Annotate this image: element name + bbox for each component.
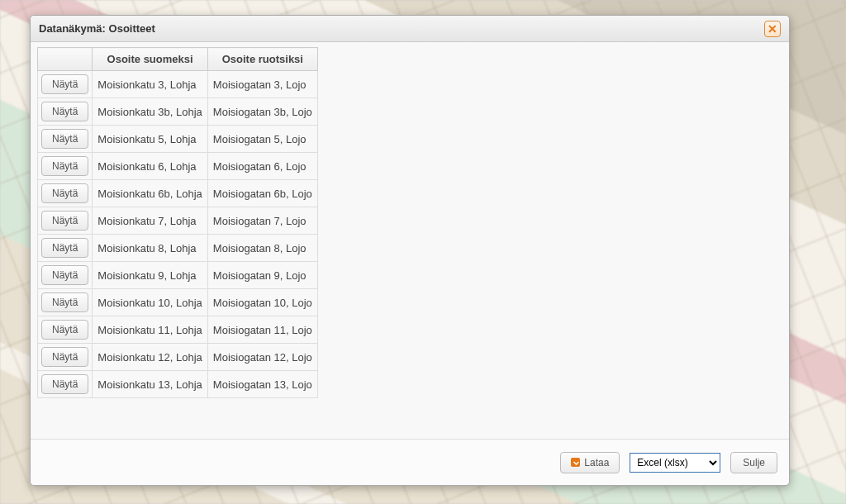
cell-address-fi: Moisionkatu 11, Lohja <box>93 316 207 344</box>
table-row: NäytäMoisionkatu 11, LohjaMoisiogatan 11… <box>38 316 318 344</box>
close-icon[interactable]: ✕ <box>764 21 781 37</box>
dialog-title: Datanäkymä: Osoitteet <box>39 22 155 35</box>
show-button[interactable]: Näytä <box>41 292 88 312</box>
cell-action: Näytä <box>38 71 93 98</box>
cell-action: Näytä <box>38 98 93 126</box>
show-button[interactable]: Näytä <box>41 347 88 367</box>
table-row: NäytäMoisionkatu 9, LohjaMoisiogatan 9, … <box>38 262 318 289</box>
cell-action: Näytä <box>38 371 93 398</box>
show-button[interactable]: Näytä <box>41 265 88 285</box>
cell-address-fi: Moisionkatu 7, Lohja <box>93 207 207 235</box>
address-table: Osoite suomeksi Osoite ruotsiksi NäytäMo… <box>37 47 318 398</box>
cell-address-fi: Moisionkatu 3, Lohja <box>93 71 207 98</box>
cell-action: Näytä <box>38 180 93 207</box>
table-row: NäytäMoisionkatu 6, LohjaMoisiogatan 6, … <box>38 153 318 180</box>
show-button[interactable]: Näytä <box>41 238 88 258</box>
cell-address-sv: Moisiogatan 6b, Lojo <box>207 180 317 207</box>
dialog-titlebar[interactable]: Datanäkymä: Osoitteet ✕ <box>31 16 789 42</box>
download-button[interactable]: Lataa <box>560 452 620 473</box>
cell-action: Näytä <box>38 289 93 316</box>
table-row: NäytäMoisionkatu 7, LohjaMoisiogatan 7, … <box>38 207 318 235</box>
cell-address-fi: Moisionkatu 6, Lohja <box>93 153 207 180</box>
show-button[interactable]: Näytä <box>41 129 88 149</box>
cell-address-sv: Moisiogatan 10, Lojo <box>207 289 317 316</box>
show-button[interactable]: Näytä <box>41 74 88 94</box>
cell-address-sv: Moisiogatan 3b, Lojo <box>207 98 317 126</box>
table-row: NäytäMoisionkatu 3b, LohjaMoisiogatan 3b… <box>38 98 318 126</box>
cell-address-sv: Moisiogatan 8, Lojo <box>207 235 317 262</box>
header-address-fi: Osoite suomeksi <box>93 48 207 71</box>
data-view-dialog: Datanäkymä: Osoitteet ✕ Osoite suomeksi … <box>30 15 790 486</box>
dialog-content: Osoite suomeksi Osoite ruotsiksi NäytäMo… <box>31 42 789 439</box>
cell-address-sv: Moisiogatan 11, Lojo <box>207 316 317 344</box>
show-button[interactable]: Näytä <box>41 374 88 394</box>
cell-action: Näytä <box>38 235 93 262</box>
cell-address-sv: Moisiogatan 7, Lojo <box>207 207 317 235</box>
table-row: NäytäMoisionkatu 8, LohjaMoisiogatan 8, … <box>38 235 318 262</box>
format-select[interactable]: Excel (xlsx) <box>630 453 720 473</box>
cell-action: Näytä <box>38 153 93 180</box>
cell-address-fi: Moisionkatu 6b, Lohja <box>93 180 207 207</box>
cell-address-sv: Moisiogatan 5, Lojo <box>207 126 317 153</box>
cell-action: Näytä <box>38 344 93 371</box>
table-row: NäytäMoisionkatu 13, LohjaMoisiogatan 13… <box>38 371 318 398</box>
cell-address-sv: Moisiogatan 3, Lojo <box>207 71 317 98</box>
cell-address-fi: Moisionkatu 12, Lohja <box>93 344 207 371</box>
show-button[interactable]: Näytä <box>41 320 88 340</box>
cell-address-sv: Moisiogatan 13, Lojo <box>207 371 317 398</box>
show-button[interactable]: Näytä <box>41 102 88 121</box>
cell-address-fi: Moisionkatu 3b, Lohja <box>93 98 207 126</box>
table-header-row: Osoite suomeksi Osoite ruotsiksi <box>38 48 318 71</box>
table-row: NäytäMoisionkatu 10, LohjaMoisiogatan 10… <box>38 289 318 316</box>
table-row: NäytäMoisionkatu 6b, LohjaMoisiogatan 6b… <box>38 180 318 207</box>
download-label: Lataa <box>584 457 609 468</box>
cell-address-fi: Moisionkatu 5, Lohja <box>93 126 207 153</box>
table-row: NäytäMoisionkatu 3, LohjaMoisiogatan 3, … <box>38 71 318 98</box>
cell-action: Näytä <box>38 207 93 235</box>
cell-action: Näytä <box>38 316 93 344</box>
header-action <box>38 48 93 71</box>
table-row: NäytäMoisionkatu 12, LohjaMoisiogatan 12… <box>38 344 318 371</box>
header-address-sv: Osoite ruotsiksi <box>207 48 317 71</box>
cell-address-fi: Moisionkatu 9, Lohja <box>93 262 207 289</box>
dialog-footer: Lataa Excel (xlsx) Sulje <box>31 439 789 485</box>
cell-address-sv: Moisiogatan 6, Lojo <box>207 153 317 180</box>
cell-address-sv: Moisiogatan 12, Lojo <box>207 344 317 371</box>
download-icon <box>571 458 580 467</box>
cell-address-fi: Moisionkatu 8, Lohja <box>93 235 207 262</box>
close-button[interactable]: Sulje <box>730 452 777 473</box>
cell-address-fi: Moisionkatu 13, Lohja <box>93 371 207 398</box>
cell-address-fi: Moisionkatu 10, Lohja <box>93 289 207 316</box>
show-button[interactable]: Näytä <box>41 183 88 203</box>
table-row: NäytäMoisionkatu 5, LohjaMoisiogatan 5, … <box>38 126 318 153</box>
cell-action: Näytä <box>38 262 93 289</box>
cell-action: Näytä <box>38 126 93 153</box>
table-scroll-area[interactable]: Osoite suomeksi Osoite ruotsiksi NäytäMo… <box>37 47 782 434</box>
show-button[interactable]: Näytä <box>41 211 88 231</box>
cell-address-sv: Moisiogatan 9, Lojo <box>207 262 317 289</box>
show-button[interactable]: Näytä <box>41 156 88 176</box>
